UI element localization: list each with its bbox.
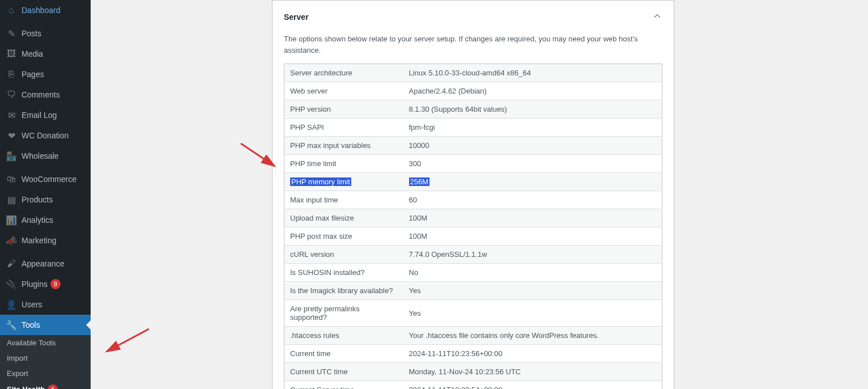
analytics-icon: 📊: [6, 214, 17, 226]
table-row: Is SUHOSIN installed?No: [284, 264, 662, 282]
update-badge: 9: [50, 279, 61, 289]
row-value: Yes: [403, 282, 662, 300]
sidebar-item-label: Pages: [22, 70, 44, 79]
heart-icon: ❤: [6, 130, 17, 141]
pin-icon: ✎: [6, 28, 17, 39]
admin-sidebar: ⌂Dashboard✎Posts🖾Media⎘Pages🗨Comments✉Em…: [0, 0, 91, 389]
sidebar-item-label: Posts: [22, 29, 41, 38]
row-value: Your .htaccess file contains only core W…: [403, 327, 662, 345]
table-row: PHP SAPIfpm-fcgi: [284, 119, 662, 137]
row-label: Current time: [284, 345, 403, 363]
row-label: .htaccess rules: [284, 327, 403, 345]
submenu-item-site-health[interactable]: Site Health1: [0, 381, 91, 389]
submenu-item-import[interactable]: Import: [0, 350, 91, 366]
plugin-icon: 🔌: [6, 278, 17, 290]
content-area: Server The options shown below relate to…: [91, 0, 868, 389]
sidebar-item-label: Media: [22, 49, 43, 58]
row-label: PHP memory limit: [284, 173, 403, 191]
table-row: Current time2024-11-11T10:23:56+00:00: [284, 345, 662, 363]
table-row: PHP max input variables10000: [284, 137, 662, 155]
table-row: PHP version8.1.30 (Supports 64bit values…: [284, 100, 662, 119]
submenu-badge: 1: [48, 384, 58, 389]
table-row: Server architectureLinux 5.10.0-33-cloud…: [284, 64, 662, 82]
server-panel: Server The options shown below relate to…: [272, 0, 674, 389]
sidebar-item-label: Products: [22, 195, 53, 204]
submenu-item-label: Site Health: [7, 385, 45, 390]
sidebar-item-comments[interactable]: 🗨Comments: [0, 84, 91, 105]
row-label: Upload max filesize: [284, 209, 403, 227]
row-value: 60: [403, 191, 662, 209]
submenu-item-label: Export: [7, 369, 28, 378]
row-value: 7.74.0 OpenSSL/1.1.1w: [403, 246, 662, 264]
row-label: cURL version: [284, 246, 403, 264]
server-info-table: Server architectureLinux 5.10.0-33-cloud…: [284, 64, 662, 389]
submenu-item-available-tools[interactable]: Available Tools: [0, 335, 91, 350]
sidebar-item-media[interactable]: 🖾Media: [0, 44, 91, 64]
server-panel-header[interactable]: Server: [273, 1, 674, 33]
sidebar-item-label: Tools: [22, 320, 40, 329]
row-value: 10000: [403, 137, 662, 155]
sidebar-item-label: Appearance: [22, 259, 65, 268]
row-value: 100M: [403, 227, 662, 246]
comments-icon: 🗨: [6, 89, 17, 100]
row-label: PHP time limit: [284, 155, 403, 173]
sidebar-item-appearance[interactable]: 🖌Appearance: [0, 253, 91, 274]
submenu-item-export[interactable]: Export: [0, 366, 91, 381]
row-label: Is the Imagick library available?: [284, 282, 403, 300]
row-value: 8.1.30 (Supports 64bit values): [403, 100, 662, 119]
media-icon: 🖾: [6, 48, 17, 60]
sidebar-item-users[interactable]: 👤Users: [0, 294, 91, 315]
row-value: 100M: [403, 209, 662, 227]
email-icon: ✉: [6, 109, 17, 121]
table-row: cURL version7.74.0 OpenSSL/1.1.1w: [284, 246, 662, 264]
sidebar-item-posts[interactable]: ✎Posts: [0, 23, 91, 44]
row-label: Server architecture: [284, 64, 403, 82]
annotation-arrow-sitehealth: [101, 326, 152, 359]
dashboard-icon: ⌂: [6, 5, 17, 16]
row-label: Web server: [284, 82, 403, 100]
sidebar-item-products[interactable]: ▤Products: [0, 189, 91, 210]
appearance-icon: 🖌: [6, 258, 17, 269]
table-row: .htaccess rulesYour .htaccess file conta…: [284, 327, 662, 345]
row-value: Yes: [403, 300, 662, 327]
table-row: Upload max filesize100M: [284, 209, 662, 227]
users-icon: 👤: [6, 299, 17, 310]
tools-icon: 🔧: [6, 319, 17, 331]
sidebar-item-marketing[interactable]: 📣Marketing: [0, 230, 91, 251]
sidebar-item-email-log[interactable]: ✉Email Log: [0, 105, 91, 125]
sidebar-item-wc-donation[interactable]: ❤WC Donation: [0, 125, 91, 146]
row-value: fpm-fcgi: [403, 119, 662, 137]
row-value: No: [403, 264, 662, 282]
sidebar-item-tools[interactable]: 🔧Tools: [0, 315, 91, 335]
sidebar-item-pages[interactable]: ⎘Pages: [0, 64, 91, 84]
sidebar-item-woocommerce[interactable]: 🛍WooCommerce: [0, 169, 91, 189]
row-value: 2024-11-11T10:23:54+00:00: [403, 381, 662, 390]
row-label: Current Server time: [284, 381, 403, 390]
panel-title: Server: [284, 12, 309, 22]
table-row: PHP post max size100M: [284, 227, 662, 246]
row-value: Apache/2.4.62 (Debian): [403, 82, 662, 100]
table-row: Is the Imagick library available?Yes: [284, 282, 662, 300]
row-label: Is SUHOSIN installed?: [284, 264, 403, 282]
row-value: 300: [403, 155, 662, 173]
submenu-item-label: Import: [7, 354, 28, 362]
pages-icon: ⎘: [6, 69, 17, 80]
sidebar-item-label: Wholesale: [22, 151, 58, 160]
sidebar-item-label: Email Log: [22, 111, 57, 120]
svg-line-0: [241, 143, 275, 166]
row-label: PHP post max size: [284, 227, 403, 246]
cart-icon: 🛍: [6, 174, 17, 185]
sidebar-item-label: Plugins: [22, 280, 48, 289]
sidebar-item-plugins[interactable]: 🔌Plugins9: [0, 274, 91, 294]
submenu-item-label: Available Tools: [7, 339, 56, 347]
chevron-up-icon: [652, 11, 662, 23]
row-value: 2024-11-11T10:23:56+00:00: [403, 345, 662, 363]
store-icon: 🏪: [6, 150, 17, 162]
row-label: Current UTC time: [284, 363, 403, 381]
sidebar-item-wholesale[interactable]: 🏪Wholesale: [0, 146, 91, 166]
tools-submenu: Available ToolsImportExportSite Health1E…: [0, 335, 91, 389]
sidebar-item-dashboard[interactable]: ⌂Dashboard: [0, 0, 91, 20]
table-row: Current UTC timeMonday, 11-Nov-24 10:23:…: [284, 363, 662, 381]
sidebar-item-analytics[interactable]: 📊Analytics: [0, 210, 91, 230]
sidebar-item-label: Users: [22, 300, 42, 309]
